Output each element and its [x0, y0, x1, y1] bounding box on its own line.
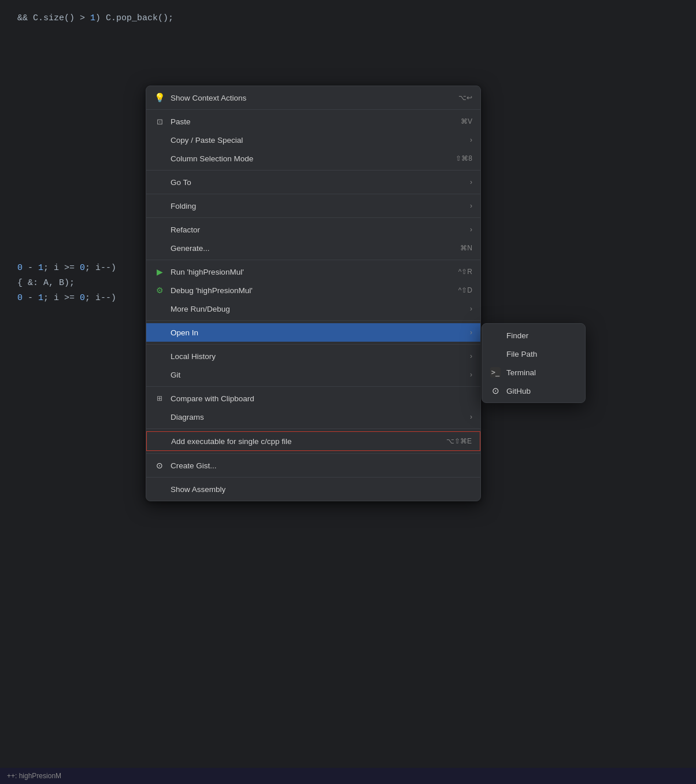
menu-item-folding[interactable]: Folding ›: [146, 197, 480, 215]
code-line: [17, 27, 679, 40]
menu-item-create-gist[interactable]: ⊙ Create Gist...: [146, 456, 480, 475]
submenu-item-label: Terminal: [506, 368, 536, 377]
menu-item-label: Show Context Actions: [171, 94, 246, 102]
submenu-arrow-icon: ›: [470, 225, 472, 234]
menu-item-label: Diagrams: [171, 413, 204, 421]
spacer-icon: [154, 351, 165, 361]
menu-item-open-in[interactable]: Open In ›: [146, 323, 480, 342]
menu-item-shortcut: ⇧⌘8: [456, 154, 472, 162]
menu-item-label: Paste: [171, 117, 191, 126]
menu-item-label: Show Assembly: [171, 485, 225, 494]
menu-separator: [146, 170, 480, 171]
menu-item-git[interactable]: Git ›: [146, 365, 480, 384]
menu-separator: [146, 217, 480, 218]
spacer-icon: [154, 369, 165, 380]
menu-item-show-assembly[interactable]: Show Assembly: [146, 480, 480, 498]
menu-item-show-context-actions[interactable]: 💡 Show Context Actions ⌥↩: [146, 88, 480, 107]
spacer-icon: [490, 330, 501, 341]
spacer-icon: [154, 153, 165, 164]
menu-item-debug[interactable]: ⚙ Debug 'highPresionMul' ^⇧D: [146, 281, 480, 299]
spacer-icon: [154, 304, 165, 314]
run-icon: ▶: [154, 267, 165, 277]
submenu-item-github[interactable]: ⊙ GitHub: [482, 382, 585, 400]
submenu-arrow-icon: ›: [470, 178, 472, 186]
menu-item-column-selection[interactable]: Column Selection Mode ⇧⌘8: [146, 149, 480, 168]
menu-separator: [146, 386, 480, 387]
spacer-icon: [154, 201, 165, 211]
menu-item-generate[interactable]: Generate... ⌘N: [146, 239, 480, 257]
menu-item-shortcut: ⌘N: [460, 244, 472, 252]
menu-item-compare-clipboard[interactable]: ⊞ Compare with Clipboard: [146, 389, 480, 408]
spacer-icon: [154, 135, 165, 145]
menu-item-paste[interactable]: ⊡ Paste ⌘V: [146, 112, 480, 131]
submenu-item-label: File Path: [506, 350, 537, 358]
menu-item-label: Open In: [171, 328, 198, 337]
menu-item-label: Git: [171, 371, 180, 379]
code-line: && C.size() > 1) C.pop_back();: [17, 12, 679, 25]
submenu-item-terminal[interactable]: >_ Terminal: [482, 363, 585, 382]
open-in-container: Open In › Finder File Path >_ Terminal ⊙…: [146, 323, 480, 342]
submenu-arrow-icon: ›: [470, 305, 472, 313]
menu-separator: [146, 320, 480, 321]
code-line: [17, 42, 679, 56]
menu-item-add-executable[interactable]: Add executable for single c/cpp file ⌥⇧⌘…: [146, 431, 480, 451]
spacer-icon: [154, 484, 165, 494]
menu-item-label: Refactor: [171, 225, 200, 234]
menu-item-shortcut: ⌘V: [461, 117, 472, 125]
menu-item-go-to[interactable]: Go To ›: [146, 173, 480, 191]
spacer-icon: [155, 436, 165, 446]
menu-item-run[interactable]: ▶ Run 'highPresionMul' ^⇧R: [146, 262, 480, 281]
submenu-item-finder[interactable]: Finder: [482, 326, 585, 345]
submenu-arrow-icon: ›: [470, 328, 472, 336]
spacer-icon: [490, 349, 501, 359]
github-icon: ⊙: [490, 386, 501, 396]
menu-separator: [146, 194, 480, 194]
menu-item-label: Copy / Paste Special: [171, 136, 243, 145]
terminal-icon: >_: [490, 367, 501, 378]
status-text: ++: highPresionM: [7, 772, 61, 780]
menu-separator: [146, 428, 480, 429]
submenu-arrow-icon: ›: [470, 136, 472, 144]
code-line: [17, 57, 679, 71]
menu-item-label: More Run/Debug: [171, 305, 230, 313]
compare-icon: ⊞: [154, 393, 165, 404]
menu-item-label: Create Gist...: [171, 461, 217, 470]
submenu-arrow-icon: ›: [470, 413, 472, 421]
menu-separator: [146, 477, 480, 478]
menu-item-local-history[interactable]: Local History ›: [146, 347, 480, 365]
menu-item-label: Generate...: [171, 244, 210, 253]
menu-separator: [146, 453, 480, 454]
menu-item-label: Folding: [171, 202, 196, 210]
menu-separator: [146, 344, 480, 345]
menu-item-label: Compare with Clipboard: [171, 394, 254, 403]
menu-item-label: Column Selection Mode: [171, 154, 253, 163]
menu-item-shortcut: ^⇧D: [458, 286, 472, 294]
menu-item-label: Add executable for single c/cpp file: [171, 437, 292, 446]
spacer-icon: [154, 177, 165, 187]
spacer-icon: [154, 327, 165, 338]
menu-separator: [146, 260, 480, 260]
bulb-icon: 💡: [154, 93, 165, 103]
menu-separator: [146, 109, 480, 110]
submenu-arrow-icon: ›: [470, 202, 472, 210]
submenu-item-label: GitHub: [506, 387, 531, 395]
spacer-icon: [154, 243, 165, 253]
debug-icon: ⚙: [154, 285, 165, 295]
spacer-icon: [154, 412, 165, 422]
submenu-arrow-icon: ›: [470, 371, 472, 379]
open-in-submenu: Finder File Path >_ Terminal ⊙ GitHub: [482, 323, 586, 403]
menu-item-copy-paste-special[interactable]: Copy / Paste Special ›: [146, 131, 480, 149]
context-menu: 💡 Show Context Actions ⌥↩ ⊡ Paste ⌘V Cop…: [146, 86, 481, 501]
spacer-icon: [154, 224, 165, 235]
menu-item-diagrams[interactable]: Diagrams ›: [146, 408, 480, 426]
menu-item-shortcut: ⌥⇧⌘E: [446, 437, 472, 445]
menu-item-label: Run 'highPresionMul': [171, 268, 244, 276]
menu-item-shortcut: ⌥↩: [458, 94, 472, 102]
menu-item-shortcut: ^⇧R: [458, 268, 472, 276]
menu-item-label: Local History: [171, 352, 216, 361]
submenu-item-file-path[interactable]: File Path: [482, 345, 585, 363]
menu-item-label: Go To: [171, 178, 191, 187]
menu-item-refactor[interactable]: Refactor ›: [146, 220, 480, 239]
github-gist-icon: ⊙: [154, 460, 165, 471]
menu-item-more-run-debug[interactable]: More Run/Debug ›: [146, 299, 480, 318]
